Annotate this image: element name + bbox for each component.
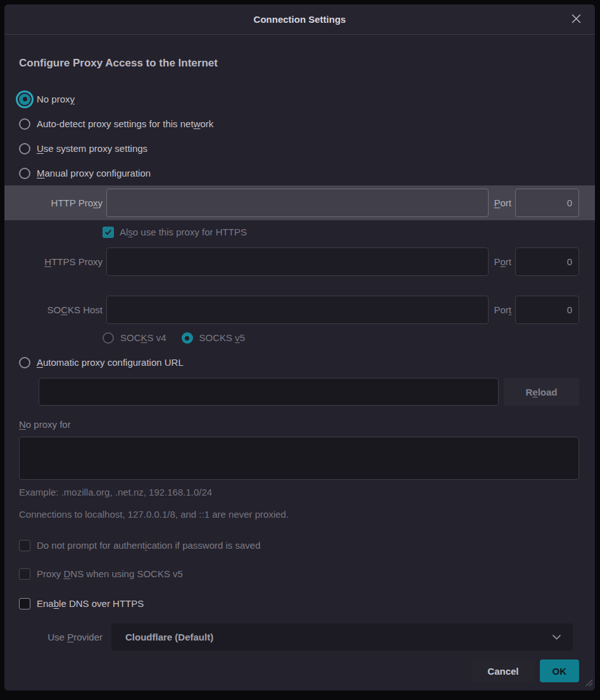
- autoconfig-url-row: Reload: [39, 378, 579, 406]
- no-proxy-for-textarea[interactable]: [19, 437, 579, 480]
- checkbox-checked-icon[interactable]: [103, 227, 114, 238]
- proxy-dns-label: Proxy DNS when using SOCKS v5: [37, 568, 183, 580]
- radio-manual-proxy[interactable]: Manual proxy configuration: [19, 161, 579, 185]
- autoconfig-url-input[interactable]: [39, 378, 499, 406]
- page-title: Configure Proxy Access to the Internet: [19, 56, 579, 70]
- https-proxy-label: HTTPS Proxy: [19, 256, 103, 268]
- radio-icon[interactable]: [19, 118, 30, 130]
- radio-socks-v4[interactable]: SOCKS v4: [103, 328, 166, 347]
- close-icon: [571, 13, 582, 26]
- provider-select[interactable]: Cloudflare (Default): [111, 623, 573, 651]
- radio-socks-v5[interactable]: SOCKS v5: [182, 328, 246, 347]
- share-proxy-label: Also use this proxy for HTTPS: [120, 226, 247, 239]
- radio-selected-icon[interactable]: [19, 94, 30, 105]
- connection-settings-dialog: Connection Settings Configure Proxy Acce…: [4, 4, 595, 691]
- radio-system-proxy[interactable]: Use system proxy settings: [19, 136, 579, 161]
- proxy-mode-radiogroup: No proxy Auto-detect proxy settings for …: [19, 87, 579, 185]
- no-prompt-auth-label: Do not prompt for authentication if pass…: [37, 539, 261, 552]
- doh-checkbox-row[interactable]: Enable DNS over HTTPS: [19, 594, 579, 613]
- share-proxy-checkbox-row[interactable]: Also use this proxy for HTTPS: [103, 223, 579, 242]
- no-proxy-for-label: No proxy for: [19, 418, 579, 431]
- radio-selected-icon[interactable]: [182, 332, 193, 344]
- dialog-content: Configure Proxy Access to the Internet N…: [4, 35, 595, 682]
- http-port-input[interactable]: [515, 189, 579, 217]
- checkbox-icon[interactable]: [19, 540, 30, 551]
- radio-socks-v4-label: SOCKS v4: [120, 332, 166, 344]
- https-port-label: Port: [494, 256, 511, 267]
- dialog-footer: Cancel OK: [19, 659, 579, 682]
- http-proxy-label: HTTP Proxy: [19, 197, 103, 209]
- http-proxy-row: HTTP Proxy Port: [4, 185, 595, 220]
- radio-autoconfig-url[interactable]: Automatic proxy configuration URL: [19, 350, 579, 375]
- radio-auto-detect[interactable]: Auto-detect proxy settings for this netw…: [19, 111, 579, 136]
- doh-label: Enable DNS over HTTPS: [37, 597, 144, 610]
- close-button[interactable]: [567, 11, 585, 28]
- socks-version-radiogroup: SOCKS v4 SOCKS v5: [103, 328, 579, 347]
- checkbox-icon[interactable]: [19, 568, 30, 580]
- resize-grip[interactable]: [584, 678, 593, 689]
- socks-host-input[interactable]: [106, 296, 489, 324]
- radio-icon[interactable]: [19, 143, 30, 154]
- radio-icon[interactable]: [19, 357, 30, 368]
- http-port-label: Port: [494, 197, 511, 208]
- https-proxy-row: HTTPS Proxy Port: [19, 247, 579, 276]
- radio-socks-v5-label: SOCKS v5: [199, 332, 246, 344]
- provider-selected-value: Cloudflare (Default): [125, 632, 552, 642]
- use-provider-label: Use Provider: [19, 631, 103, 643]
- chevron-down-icon: [552, 632, 561, 642]
- radio-auto-detect-label: Auto-detect proxy settings for this netw…: [37, 118, 213, 130]
- localhost-note-text: Connections to localhost, 127.0.0.1/8, a…: [19, 508, 579, 521]
- radio-no-proxy[interactable]: No proxy: [19, 87, 579, 111]
- no-prompt-auth-checkbox-row[interactable]: Do not prompt for authentication if pass…: [19, 536, 579, 555]
- ok-button[interactable]: OK: [540, 659, 580, 682]
- socks-host-row: SOCKS Host Port: [19, 296, 579, 324]
- doh-provider-row: Use Provider Cloudflare (Default): [19, 623, 579, 651]
- radio-autoconfig-url-label: Automatic proxy configuration URL: [37, 356, 184, 369]
- https-port-input[interactable]: [515, 247, 579, 276]
- socks-host-label: SOCKS Host: [19, 304, 103, 316]
- dialog-titlebar: Connection Settings: [4, 4, 595, 35]
- radio-system-proxy-label: Use system proxy settings: [37, 142, 147, 155]
- reload-button[interactable]: Reload: [504, 378, 579, 406]
- radio-manual-proxy-label: Manual proxy configuration: [37, 167, 151, 180]
- radio-no-proxy-label: No proxy: [37, 93, 75, 106]
- no-proxy-example-text: Example: .mozilla.org, .net.nz, 192.168.…: [19, 486, 579, 499]
- cancel-button[interactable]: Cancel: [472, 659, 534, 682]
- dialog-title: Connection Settings: [254, 14, 346, 25]
- checkbox-icon[interactable]: [19, 598, 30, 609]
- radio-icon[interactable]: [103, 332, 114, 344]
- http-proxy-input[interactable]: [106, 189, 489, 217]
- radio-icon[interactable]: [19, 168, 30, 179]
- socks-port-label: Port: [494, 304, 511, 315]
- https-proxy-input[interactable]: [106, 247, 489, 276]
- proxy-dns-checkbox-row[interactable]: Proxy DNS when using SOCKS v5: [19, 565, 579, 584]
- socks-port-input[interactable]: [515, 296, 579, 324]
